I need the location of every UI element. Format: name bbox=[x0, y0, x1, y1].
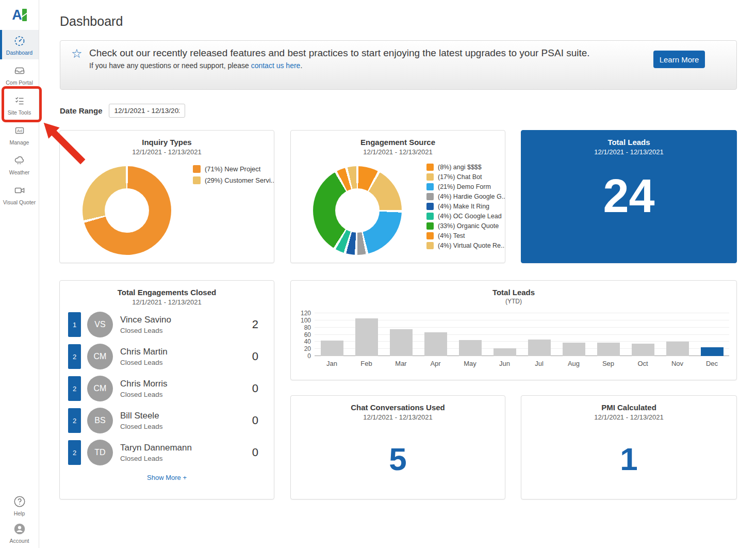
sidebar-item-label: Com Portal bbox=[6, 79, 33, 86]
rank-badge: 2 bbox=[68, 344, 81, 369]
bar-series bbox=[315, 313, 729, 356]
sidebar-item-site-tools[interactable]: Site Tools bbox=[0, 90, 39, 119]
bar-slot bbox=[315, 313, 349, 356]
sidebar-item-label: Help bbox=[14, 510, 25, 517]
bar-aug bbox=[563, 343, 585, 356]
logo-green-bar-icon bbox=[22, 9, 27, 21]
x-axis-label: Feb bbox=[349, 360, 384, 367]
rank-badge: 1 bbox=[68, 312, 81, 337]
bar-slot bbox=[660, 313, 695, 356]
sidebar-item-label: Weather bbox=[9, 169, 30, 175]
engagement-info: Chris MorrisClosed Leads bbox=[120, 379, 168, 398]
ad-icon: Ad bbox=[13, 124, 26, 137]
sidebar-item-weather[interactable]: Weather bbox=[0, 150, 39, 179]
banner-text: Check out our recently released features… bbox=[89, 46, 620, 70]
bar-slot bbox=[349, 313, 384, 356]
engagement-source-card: Engagement Source 12/1/2021 - 12/13/2021… bbox=[290, 130, 505, 263]
bar-slot bbox=[453, 313, 487, 356]
bar-slot bbox=[695, 313, 729, 356]
metric-label: Closed Leads bbox=[120, 423, 163, 430]
card-subtitle: 12/1/2021 - 12/13/2021 bbox=[60, 298, 274, 306]
bar-slot bbox=[591, 313, 626, 356]
engagement-row-bill-steele[interactable]: 2BSBill SteeleClosed Leads0 bbox=[68, 408, 266, 433]
question-icon bbox=[13, 495, 26, 508]
sidebar-item-help[interactable]: Help bbox=[0, 492, 39, 519]
bar-slot bbox=[384, 313, 418, 356]
video-camera-icon bbox=[13, 184, 26, 197]
date-range-row: Date Range bbox=[60, 104, 185, 118]
banner-support-line: If you have any questions or need suppor… bbox=[89, 61, 620, 70]
card-subtitle: 12/1/2021 - 12/13/2021 bbox=[291, 413, 505, 421]
legend-item: (71%) New Project bbox=[193, 165, 274, 173]
learn-more-button[interactable]: Learn More bbox=[653, 51, 705, 68]
engagement-row-chris-morris[interactable]: 2CMChris MorrisClosed Leads0 bbox=[68, 376, 266, 401]
y-axis-tick: 120 bbox=[301, 310, 311, 317]
date-range-label: Date Range bbox=[60, 106, 103, 115]
card-title: Total Leads bbox=[521, 138, 736, 147]
legend-swatch bbox=[193, 165, 201, 173]
legend-item: (4%) Virtual Quote Re... bbox=[426, 242, 505, 249]
legend-swatch bbox=[426, 203, 434, 210]
bar-chart-x-labels: JanFebMarAprMayJunJulAugSepOctNovDec bbox=[315, 360, 729, 367]
app-logo[interactable]: A bbox=[0, 0, 39, 30]
sidebar-item-visual-quoter[interactable]: Visual Quoter bbox=[0, 180, 39, 209]
legend-item: (29%) Customer Servi... bbox=[193, 176, 274, 184]
inquiry-types-donut-chart bbox=[83, 166, 171, 255]
inquiry-types-legend: (71%) New Project(29%) Customer Servi... bbox=[193, 165, 274, 184]
rank-badge: 2 bbox=[68, 376, 81, 401]
engagement-row-vince-savino[interactable]: 1VSVince SavinoClosed Leads2 bbox=[68, 312, 266, 337]
legend-label: (4%) Virtual Quote Re... bbox=[438, 242, 505, 249]
avatar: BS bbox=[87, 408, 113, 433]
page-title: Dashboard bbox=[60, 14, 123, 29]
legend-item: (17%) Chat Bot bbox=[426, 173, 505, 181]
bar-sep bbox=[597, 343, 620, 356]
x-axis-label: Mar bbox=[384, 360, 418, 367]
legend-swatch bbox=[426, 164, 434, 171]
engagement-source-donut-chart bbox=[313, 166, 402, 255]
legend-swatch bbox=[426, 213, 434, 220]
person-name: Vince Savino bbox=[120, 315, 171, 325]
show-more-link[interactable]: Show More + bbox=[60, 474, 274, 481]
logo-letter: A bbox=[12, 7, 21, 23]
x-axis-label: Apr bbox=[418, 360, 453, 367]
legend-swatch bbox=[426, 232, 434, 239]
svg-text:Ad: Ad bbox=[17, 128, 22, 133]
card-title: Inquiry Types bbox=[60, 138, 274, 147]
metric-label: Closed Leads bbox=[120, 327, 171, 334]
card-subtitle: 12/1/2021 - 12/13/2021 bbox=[291, 148, 505, 156]
sidebar-item-manage[interactable]: AdManage bbox=[0, 120, 39, 149]
engagement-info: Bill SteeleClosed Leads bbox=[120, 411, 163, 430]
inquiry-types-card: Inquiry Types 12/1/2021 - 12/13/2021 (71… bbox=[59, 130, 274, 263]
closed-leads-count: 0 bbox=[252, 446, 266, 459]
sidebar-item-account[interactable]: Account bbox=[0, 520, 39, 546]
total-leads-value: 24 bbox=[521, 173, 736, 219]
rank-badge: 2 bbox=[68, 408, 81, 433]
main-content: Dashboard ☆ Check out our recently relea… bbox=[39, 0, 756, 548]
legend-swatch bbox=[426, 222, 434, 230]
engagement-row-taryn-dannemann[interactable]: 2TDTaryn DannemannClosed Leads0 bbox=[68, 440, 266, 465]
engagement-info: Chris MartinClosed Leads bbox=[120, 347, 168, 366]
sidebar-item-com-portal[interactable]: Com Portal bbox=[0, 60, 39, 89]
engagements-list: 1VSVince SavinoClosed Leads22CMChris Mar… bbox=[68, 312, 266, 472]
bar-dec bbox=[701, 347, 724, 356]
card-title: Chat Conversations Used bbox=[291, 403, 505, 412]
sidebar: A DashboardCom PortalSite ToolsAdManageW… bbox=[0, 0, 39, 548]
sidebar-item-label: Dashboard bbox=[6, 50, 32, 56]
sidebar-item-dashboard[interactable]: Dashboard bbox=[0, 30, 39, 59]
legend-item: (8%) angi $$$$ bbox=[426, 164, 505, 171]
contact-us-link[interactable]: contact us here bbox=[251, 61, 301, 70]
gauge-icon bbox=[13, 34, 26, 47]
x-axis-label: May bbox=[453, 360, 487, 367]
date-range-input[interactable] bbox=[109, 104, 185, 118]
avatar: TD bbox=[87, 440, 113, 465]
legend-label: (4%) Hardie Google G... bbox=[438, 193, 505, 200]
engagement-row-chris-martin[interactable]: 2CMChris MartinClosed Leads0 bbox=[68, 344, 266, 369]
y-axis-tick: 40 bbox=[304, 338, 311, 345]
sidebar-item-label: Manage bbox=[10, 139, 29, 146]
x-axis-label: Jun bbox=[487, 360, 522, 367]
sidebar-nav: DashboardCom PortalSite ToolsAdManageWea… bbox=[0, 30, 39, 209]
legend-swatch bbox=[426, 193, 434, 200]
dashboard-page: A DashboardCom PortalSite ToolsAdManageW… bbox=[0, 0, 756, 548]
star-icon: ☆ bbox=[71, 47, 83, 60]
card-subtitle: 12/1/2021 - 12/13/2021 bbox=[60, 148, 274, 156]
